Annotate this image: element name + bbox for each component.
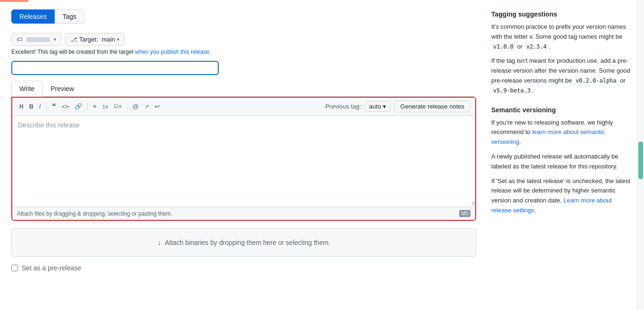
toolbar-divider-2 (87, 103, 88, 110)
tag-example-2: v2.3.4 (524, 43, 548, 50)
semantic-versioning-p3: If 'Set as the latest release' is unchec… (491, 176, 633, 216)
pre-release-example-1: v0.2.0-alpha (574, 77, 619, 84)
prev-tag-label: Previous tag: (325, 103, 361, 110)
semantic-versioning-p2: A newly published release will automatic… (491, 152, 633, 172)
tagging-suggestions-section: Tagging suggestions It's common practice… (491, 9, 633, 96)
markdown-badge: MD (459, 210, 471, 217)
tagging-suggestions-p2: If the tag isn't meant for production us… (491, 56, 633, 95)
page-tabs: Releases Tags (11, 9, 476, 24)
tags-tab[interactable]: Tags (55, 9, 84, 24)
generate-release-notes-button[interactable]: Generate release notes (394, 101, 471, 112)
attach-files-text: Attach files by dragging & dropping, sel… (17, 210, 173, 217)
attach-binaries-section[interactable]: ↓ Attach binaries by dropping them here … (11, 228, 476, 257)
link-button[interactable]: 🔗 (72, 101, 84, 111)
scrollbar-thumb[interactable] (638, 142, 643, 179)
tagging-suggestions-title: Tagging suggestions (491, 9, 633, 19)
attach-binaries-text: Attach binaries by dropping them here or… (165, 239, 330, 246)
unordered-list-button[interactable]: ≡ (91, 101, 99, 111)
tag-caret-icon: ▾ (54, 37, 56, 42)
prev-tag-caret-icon: ▾ (383, 103, 386, 110)
down-arrow-icon: ↓ (157, 238, 161, 247)
releases-tab[interactable]: Releases (11, 9, 55, 24)
italic-button[interactable]: I (37, 101, 43, 111)
tag-target-row: 🏷 ▾ ⎇ Target: main ▾ (11, 33, 476, 46)
toolbar-divider-1 (46, 103, 47, 110)
heading-button[interactable]: H (17, 102, 26, 111)
semantic-versioning-title: Semantic versioning (491, 105, 633, 115)
toolbar-right: Previous tag: auto ▾ Generate release no… (325, 101, 471, 112)
pre-release-example-2: v5.9-beta.3 (491, 87, 532, 94)
pre-release-checkbox[interactable] (11, 265, 18, 271)
preview-tab[interactable]: Preview (42, 81, 82, 96)
mention-button[interactable]: @ (130, 101, 141, 111)
tag-value (26, 37, 50, 42)
reference-button[interactable]: ↗ (142, 102, 151, 111)
ordered-list-button[interactable]: 1≡ (100, 102, 111, 111)
code-button[interactable]: <> (59, 101, 72, 111)
write-tab[interactable]: Write (11, 81, 42, 97)
target-selector[interactable]: ⎇ Target: main ▾ (65, 33, 124, 46)
tag-info-text: Excellent! This tag will be created from… (11, 49, 476, 55)
editor-toolbar: H B I ❝ <> 🔗 ≡ 1≡ ☑≡ @ ↗ ↩ Previous tag: (12, 98, 475, 116)
prev-tag-select[interactable]: auto ▾ (365, 101, 390, 112)
release-description-textarea[interactable] (12, 116, 475, 205)
task-list-button[interactable]: ☑≡ (111, 102, 124, 111)
scrollbar-track (637, 0, 644, 279)
quote-button[interactable]: ❝ (50, 101, 58, 112)
semantic-versioning-section: Semantic versioning If you're new to rel… (491, 105, 633, 216)
pre-release-row: Set as a pre-release (11, 264, 476, 272)
title-input-wrapper (11, 61, 476, 75)
undo-button[interactable]: ↩ (152, 101, 162, 111)
target-branch-value: main (102, 36, 115, 43)
release-title-input[interactable] (11, 61, 219, 75)
tagging-suggestions-p1: It's common practice to prefix your vers… (491, 22, 633, 51)
tag-icon: 🏷 (17, 36, 23, 43)
branch-icon: ⎇ (70, 36, 77, 43)
info-prefix: Excellent! This tag will be created from… (11, 49, 133, 55)
toolbar-divider-3 (127, 103, 127, 110)
info-link[interactable]: when you publish this release. (135, 49, 211, 55)
editor-wrapper: H B I ❝ <> 🔗 ≡ 1≡ ☑≡ @ ↗ ↩ Previous tag: (11, 97, 476, 221)
pre-release-label[interactable]: Set as a pre-release (22, 264, 81, 272)
target-label: Target: (79, 36, 98, 43)
bold-button[interactable]: B (27, 101, 36, 111)
tag-selector[interactable]: 🏷 ▾ (11, 33, 61, 46)
editor-tabs: Write Preview (11, 81, 476, 97)
main-content: Releases Tags 🏷 ▾ ⎇ Target: main ▾ Excel… (11, 9, 476, 272)
tag-example-1: v1.0.0 (491, 43, 515, 50)
sidebar: Tagging suggestions It's common practice… (491, 9, 633, 272)
semantic-versioning-p1: If you're new to releasing software, we … (491, 118, 633, 147)
attach-files-bar: Attach files by dragging & dropping, sel… (12, 207, 475, 220)
prev-tag-value: auto (369, 103, 381, 110)
target-caret-icon: ▾ (117, 37, 119, 42)
